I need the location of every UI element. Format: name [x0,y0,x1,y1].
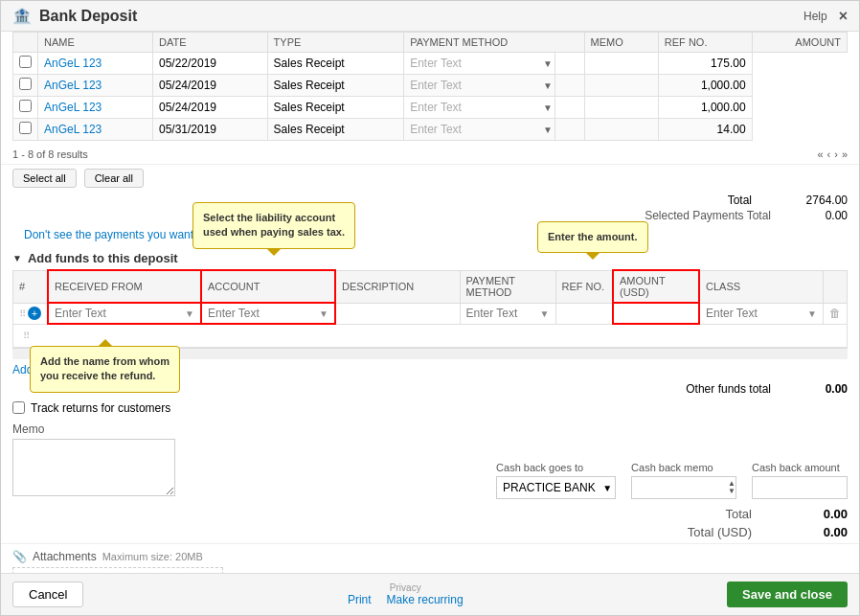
attachments-section: 📎 Attachments Maximum size: 20MB Drag/Dr… [1,543,859,574]
track-returns-checkbox[interactable] [12,401,25,414]
privacy-label: Privacy [390,582,421,593]
ref-cell [584,97,658,119]
drag-handle-icon: ⠿ [19,331,30,341]
total-bottom-row: Total 0.00 [675,507,848,521]
dropdown-arrow-icon: ▼ [319,308,328,319]
row-num: ⠿ + [13,303,49,324]
bottom-totals: Total 0.00 Total (USD) 0.00 [1,503,859,543]
close-button[interactable]: × [839,8,848,25]
transaction-date: 05/24/2019 [152,75,267,97]
transaction-name[interactable]: AnGeL 123 [44,57,102,70]
page-prev[interactable]: ‹ [827,148,831,160]
received-from-cell: ▼ [48,303,201,324]
attachments-header: 📎 Attachments Maximum size: 20MB [12,550,848,563]
other-funds-label: Other funds total [686,382,771,396]
total-usd-row: Total (USD) 0.00 [675,525,848,539]
delete-row-icon[interactable]: 🗑 [829,307,841,320]
payment-method-cell: Enter Text ▼ [404,53,555,75]
add-funds-table-wrap: Select the liability account used when p… [1,269,859,348]
col-description: DESCRIPTION [335,270,460,303]
transaction-name[interactable]: AnGeL 123 [44,123,102,136]
cash-back-goes-to-label: Cash back goes to [496,462,616,473]
dropdown-arrow-icon: ▼ [807,308,817,319]
col-num: # [13,270,49,303]
col-account: ACCOUNT [201,270,335,303]
received-from-input[interactable] [55,307,185,320]
totals-area: Total 2764.00 Selected Payments Total 0.… [1,192,859,224]
amount-cell: 14.00 [658,119,752,141]
bank-deposit-window: 🏦 Bank Deposit Help × NAME DATE TYPE PAY… [0,0,860,616]
account-cell: ▼ [201,303,335,324]
make-recurring-button[interactable]: Make recurring [387,593,464,606]
page-next[interactable]: › [834,148,838,160]
row-checkbox[interactable] [19,56,32,68]
titlebar-left: 🏦 Bank Deposit [12,7,137,25]
payment-method-cell: Enter Text ▼ [404,75,555,97]
transaction-name[interactable]: AnGeL 123 [44,101,102,114]
col-date: DATE [152,33,267,53]
col-amount: AMOUNT [752,33,847,53]
print-button[interactable]: Print [348,593,372,606]
amount-input[interactable] [620,307,692,320]
cash-back-amount-input[interactable] [752,476,848,499]
results-row: 1 - 8 of 8 results « ‹ › » [1,145,859,165]
row-checkbox[interactable] [19,122,32,134]
col-name: NAME [38,33,153,53]
amount-cell-add [613,303,699,324]
col-payment-method: PAYMENT METHOD [404,33,584,53]
drag-handle-icon: ⠿ [19,308,26,319]
ref-cell [584,75,658,97]
col-memo: MEMO [584,33,658,53]
account-input[interactable] [208,307,319,320]
ref-no-input[interactable] [562,307,607,320]
footer: Cancel Privacy Print Make recurring Save… [1,573,859,615]
cash-back-section: Cash back goes to PRACTICE BANK ▼ Cash b… [204,422,848,499]
drop-zone[interactable]: Drag/Drop files here or click the icon [12,567,223,574]
save-and-close-button[interactable]: Save and close [727,582,848,607]
payment-method-input[interactable] [466,307,540,320]
cash-back-amount-field: Cash back amount [752,462,848,499]
track-returns-label: Track returns for customers [31,401,170,415]
clear-all-button[interactable]: Clear all [84,169,144,188]
col-amount-usd: AMOUNT (USD) [613,270,699,303]
footer-center: Privacy Print Make recurring [348,582,464,606]
cash-back-goes-to-select[interactable]: PRACTICE BANK [496,476,616,499]
payment-method-cell: Enter Text ▼ [404,97,555,119]
description-input[interactable] [342,307,454,320]
received-from-callout: Add the name from whom you receive the r… [30,346,180,393]
titlebar: 🏦 Bank Deposit Help × [1,1,859,32]
paperclip-icon: 📎 [12,550,27,563]
stepper-down-icon[interactable]: ▼ [728,488,736,495]
page-last[interactable]: » [842,148,848,160]
footer-left: Cancel [12,582,83,607]
row-checkbox[interactable] [19,100,32,112]
cash-back-goes-to-wrap: PRACTICE BANK ▼ [496,476,616,499]
selected-total-value: 0.00 [790,209,848,222]
transactions-table: NAME DATE TYPE PAYMENT METHOD MEMO REF N… [12,32,848,141]
transaction-name[interactable]: AnGeL 123 [44,79,102,92]
transaction-date: 05/31/2019 [152,119,267,141]
pagination: « ‹ › » [817,148,848,160]
main-content: NAME DATE TYPE PAYMENT METHOD MEMO REF N… [1,32,859,573]
help-button[interactable]: Help [803,10,827,23]
cancel-button[interactable]: Cancel [12,582,83,607]
class-input[interactable] [706,307,807,320]
cash-back-memo-input[interactable] [632,477,728,498]
memo-label: Memo [12,422,185,436]
total-usd-value: 0.00 [790,525,848,539]
row-checkbox[interactable] [19,78,32,90]
transaction-date: 05/22/2019 [152,53,267,75]
other-funds-value: 0.00 [790,382,848,396]
cash-back-memo-stepper: ▲ ▼ [728,480,736,495]
amount-cell: 1,000.00 [658,75,752,97]
cash-back-amount-label: Cash back amount [752,462,848,473]
memo-input[interactable] [12,439,175,496]
select-all-button[interactable]: Select all [12,169,77,188]
ref-cell [584,53,658,75]
page-first[interactable]: « [817,148,823,160]
cash-back-goes-to-field: Cash back goes to PRACTICE BANK ▼ [496,462,616,499]
empty-row-cell: ⠿ [13,324,848,347]
chevron-down-icon[interactable]: ▼ [12,253,22,263]
add-circle-icon[interactable]: + [28,307,41,320]
transaction-date: 05/24/2019 [152,97,267,119]
